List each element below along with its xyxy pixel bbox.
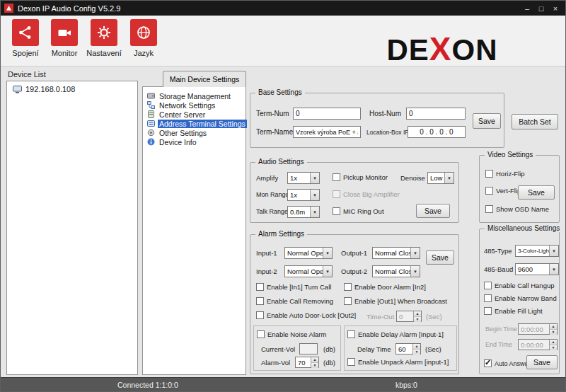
dropdown-value: Normal Close bbox=[373, 267, 410, 275]
audio-save-button[interactable]: Save bbox=[416, 204, 450, 218]
spinner-arrows-icon[interactable]: ▲▼ bbox=[413, 311, 421, 321]
spinner-arrows-icon[interactable]: ▲▼ bbox=[549, 340, 557, 350]
talk-range-dropdown[interactable]: 0.8m▼ bbox=[287, 206, 320, 218]
pickup-monitor-checkbox[interactable]: Pickup Monitor bbox=[333, 173, 388, 181]
toolbar-button-settings[interactable]: Nastavení bbox=[85, 19, 123, 57]
device-list-panel: 192.168.0.108 bbox=[6, 81, 138, 375]
toolbar: Spojení Monitor bbox=[1, 16, 565, 67]
tree-item-storage-management[interactable]: Storage Management bbox=[147, 91, 232, 100]
auto-answer-checkbox[interactable]: Auto Answer bbox=[484, 359, 531, 367]
spinner-arrows-icon[interactable]: ▲▼ bbox=[311, 357, 318, 367]
tree-item-address-terminal-settings[interactable]: Address Terminal Settings bbox=[147, 119, 247, 128]
term-num-input[interactable] bbox=[293, 108, 361, 120]
minimize-button[interactable]: – bbox=[520, 1, 534, 16]
tree-item-network-settings[interactable]: Network Settings bbox=[147, 100, 216, 110]
485-type-dropdown[interactable]: 3-Color-Light▼ bbox=[515, 245, 559, 257]
close-big-amplifier-checkbox[interactable]: Close Big Amplifier bbox=[333, 190, 400, 198]
spinner-value: 0:00:00 bbox=[519, 340, 549, 350]
checkbox-box bbox=[344, 283, 352, 291]
chevron-down-icon: ▼ bbox=[549, 264, 558, 275]
alarm-vol-spinner[interactable]: 70▲▼ bbox=[295, 357, 319, 368]
enable-out1-broadcast-checkbox[interactable]: Enable [Out1] When Broadcast bbox=[344, 297, 447, 305]
term-num-label: Term-Num bbox=[256, 110, 289, 117]
toolbar-button-label: Jazyk bbox=[125, 49, 163, 57]
host-num-label: Host-Num bbox=[369, 110, 401, 117]
misc-save-button[interactable]: Save bbox=[526, 355, 558, 369]
chevron-down-icon: ▼ bbox=[410, 266, 420, 277]
toolbar-button-label: Monitor bbox=[45, 49, 83, 57]
enable-auto-door-lock-checkbox[interactable]: Enable Auto Door-Lock [Out2] bbox=[256, 311, 356, 319]
output2-label: Output-2 bbox=[341, 267, 367, 275]
enable-unpack-alarm-checkbox[interactable]: Enable Unpack Alarm [input-1] bbox=[347, 358, 449, 366]
base-settings-group: Base Settings Term-Num Host-Num Save Ter… bbox=[250, 93, 504, 148]
close-button[interactable]: × bbox=[548, 1, 562, 16]
end-time-spinner[interactable]: 0:00:00▲▼ bbox=[518, 339, 558, 350]
maximize-button[interactable]: □ bbox=[534, 1, 548, 16]
checkbox-box bbox=[484, 359, 492, 367]
spinner-arrows-icon[interactable]: ▲▼ bbox=[412, 344, 420, 354]
dropdown-value: 3-Color-Light bbox=[516, 248, 549, 254]
video-save-button[interactable]: Save bbox=[518, 185, 555, 200]
storage-icon bbox=[147, 92, 155, 100]
checkbox-box bbox=[485, 170, 493, 178]
toolbar-button-monitor[interactable]: Monitor bbox=[45, 19, 83, 57]
enable-call-hangup-checkbox[interactable]: Enable Call Hangup bbox=[484, 282, 555, 289]
checkbox-label: Enable Call Hangup bbox=[495, 282, 555, 289]
output1-dropdown[interactable]: Normal Close▼ bbox=[372, 247, 420, 259]
checkbox-label: Horiz-Flip bbox=[496, 170, 525, 178]
output2-dropdown[interactable]: Normal Close▼ bbox=[372, 265, 420, 277]
chevron-down-icon: ▼ bbox=[323, 248, 332, 258]
begin-time-spinner[interactable]: 0:00:00▲▼ bbox=[518, 323, 558, 335]
vert-flip-checkbox[interactable]: Vert-Flip bbox=[485, 187, 521, 195]
current-vol-field bbox=[299, 343, 318, 354]
mon-range-dropdown[interactable]: 1x▼ bbox=[287, 189, 320, 201]
input1-dropdown[interactable]: Normal Open▼ bbox=[284, 247, 333, 259]
settings-tree-panel: Storage Management Network Settings Cent… bbox=[142, 86, 246, 375]
alarm-vol-label: Alarm-Vol bbox=[261, 359, 290, 367]
checkbox-label: Auto Answer bbox=[495, 360, 531, 367]
enable-in1-turn-call-checkbox[interactable]: Enable [In1] Turn Call bbox=[256, 283, 331, 291]
input2-dropdown[interactable]: Normal Open▼ bbox=[284, 265, 333, 277]
horiz-flip-checkbox[interactable]: Horiz-Flip bbox=[485, 170, 525, 178]
host-num-input[interactable] bbox=[406, 108, 466, 120]
checkbox-box bbox=[347, 358, 355, 366]
checkbox-label: Enable Door Alarm [In2] bbox=[354, 283, 426, 291]
device-ip: 192.168.0.108 bbox=[25, 85, 75, 93]
time-out-spinner[interactable]: 0▲▼ bbox=[396, 311, 422, 322]
location-box-ip-field[interactable]: 0 . 0 . 0 . 0 bbox=[408, 126, 466, 138]
checkbox-label: Enable Delay Alarm [Input-1] bbox=[358, 330, 444, 338]
485-baud-dropdown[interactable]: 9600▼ bbox=[515, 263, 559, 275]
toolbar-button-language[interactable]: Jazyk bbox=[125, 19, 163, 57]
batch-set-button[interactable]: Batch Set bbox=[512, 114, 558, 129]
enable-narrow-band-checkbox[interactable]: Enable Narrow Band bbox=[484, 294, 557, 302]
enable-door-alarm-checkbox[interactable]: Enable Door Alarm [In2] bbox=[344, 283, 426, 291]
tree-item-other-settings[interactable]: Other Settings bbox=[147, 128, 208, 137]
status-connection: Connected 1:1:0:0 bbox=[117, 381, 178, 389]
chevron-down-icon: ▼ bbox=[323, 266, 332, 277]
enable-fill-light-checkbox[interactable]: Enable Fill Light bbox=[484, 307, 543, 315]
base-save-button[interactable]: Save bbox=[473, 113, 501, 129]
tree-item-center-server[interactable]: Center Server bbox=[147, 110, 207, 119]
toolbar-button-label: Spojení bbox=[6, 49, 45, 57]
denoise-dropdown[interactable]: Low▼ bbox=[427, 172, 454, 184]
amplify-dropdown[interactable]: 1x▼ bbox=[287, 172, 320, 184]
enable-delay-alarm-checkbox[interactable]: Enable Delay Alarm [Input-1] bbox=[347, 330, 444, 338]
toolbar-button-connect[interactable]: Spojení bbox=[6, 19, 45, 57]
input1-label: Input-1 bbox=[256, 249, 277, 257]
spinner-value: 60 bbox=[396, 344, 412, 354]
checkbox-label: Pickup Monitor bbox=[343, 173, 388, 181]
tree-item-device-info[interactable]: Device Info bbox=[147, 137, 198, 146]
mic-ring-out-checkbox[interactable]: MIC Ring Out bbox=[333, 207, 384, 215]
tab-main-device-settings[interactable]: Main Device Settings bbox=[163, 71, 246, 87]
show-osd-name-checkbox[interactable]: Show OSD Name bbox=[485, 205, 549, 213]
delay-time-spinner[interactable]: 60▲▼ bbox=[395, 343, 421, 354]
computer-icon bbox=[13, 86, 22, 93]
device-list-item[interactable]: 192.168.0.108 bbox=[13, 85, 75, 93]
term-name-input[interactable] bbox=[293, 126, 361, 138]
group-title: Video Settings bbox=[485, 151, 536, 158]
checkbox-label: Enable Unpack Alarm [input-1] bbox=[358, 358, 449, 366]
spinner-arrows-icon[interactable]: ▲▼ bbox=[549, 324, 557, 334]
alarm-save-button[interactable]: Save bbox=[426, 250, 454, 265]
enable-call-removing-checkbox[interactable]: Enable Call Removing bbox=[256, 297, 333, 305]
enable-noise-alarm-checkbox[interactable]: Enable Noise Alarm bbox=[257, 330, 326, 338]
